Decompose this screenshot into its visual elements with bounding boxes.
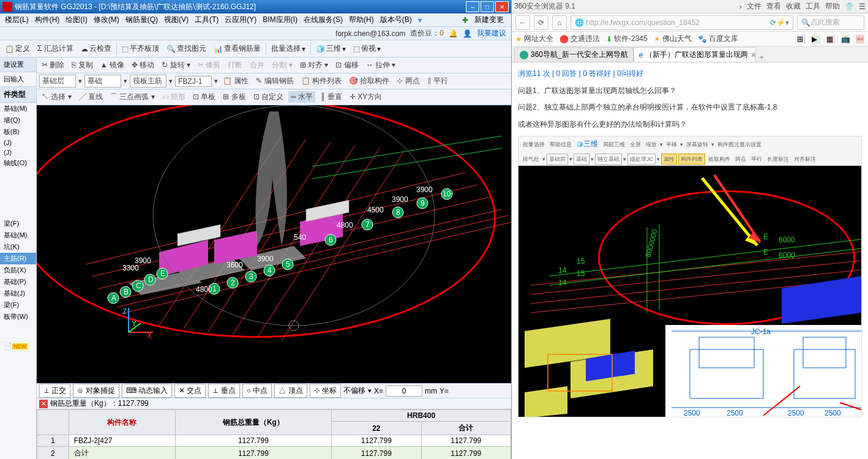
ext-icon[interactable]: ▦ [826,35,835,43]
delete-button[interactable]: ✂ 删除 [39,59,67,71]
ext-icon[interactable]: 📺 [841,35,850,43]
intersect-button[interactable]: ✕ 交点 [174,384,206,398]
table-row[interactable]: 1 FBZJ-2[427 1127.799 1127.799 1127.799 [37,435,511,447]
ext-icon[interactable]: Ad [856,35,864,43]
type-select[interactable]: 基础 [84,75,121,88]
menu-version[interactable]: 版本号(B) [378,15,414,25]
list-item[interactable]: 主筋(R) [0,253,36,264]
home-button[interactable]: ⌂ [552,15,567,30]
menu-icon[interactable]: ☰ [859,2,866,11]
code-select[interactable]: FBZJ-1 [175,76,212,87]
define-button[interactable]: 📋 定义 [2,42,32,55]
list-item[interactable]: 梁(F) [0,299,36,311]
bell-icon[interactable]: 🔔 [449,29,458,38]
pick-component-button[interactable]: 🎯 拾取构件 [346,75,392,87]
midpoint-button[interactable]: ○ 中点 [242,384,272,398]
merge-button[interactable]: 合并 [247,59,267,71]
stretch-button[interactable]: ↔ 拉伸 ▾ [364,59,398,71]
menu-tools[interactable]: 工具(T) [192,15,221,25]
bookmark-all[interactable]: ★网址大全 [515,34,553,44]
top-view-button[interactable]: ⬚ 俯视 ▾ [351,42,383,55]
view-3d-button[interactable]: 🧊 三维 ▾ [313,42,348,55]
shirt-icon[interactable]: 👕 [845,2,854,11]
tab-question[interactable]: e （新手）广联达图形算量出现两 ✕ [634,47,756,62]
x-input[interactable] [386,386,422,397]
edit-rebar-button[interactable]: ✎ 编辑钢筋 [253,75,296,87]
table-row[interactable]: 2 合计 1127.799 1127.799 1127.799 [37,447,511,460]
list-item[interactable]: (J) [0,147,36,157]
new-tab-button[interactable]: + [756,53,768,62]
layer-select[interactable]: 基础层 [39,75,76,88]
flatten-button[interactable]: ⬚ 平齐板顶 [119,42,162,55]
chevron-icon[interactable]: › [739,2,742,11]
copy-button[interactable]: ⎘ 复制 [69,59,95,71]
tab-360nav[interactable]: 360导航_新一代安全上网导航 [514,47,634,62]
menu-help[interactable]: 帮助(H) [346,15,376,25]
3d-viewport[interactable]: A B C D E 1 2 3 4 5 6 7 8 9 10 [37,105,511,383]
list-item[interactable]: 板带(W) [0,311,36,323]
list-item[interactable]: (J) [0,138,36,147]
vertical-button[interactable]: ║ 垂直 [318,91,345,103]
new-badge[interactable]: 📄NEW [0,341,36,351]
menu-component[interactable]: 构件(H) [32,15,62,25]
new-change-button[interactable]: ✚新建变更 [457,15,509,25]
ext-icon[interactable]: ▶ [812,35,820,43]
maximize-button[interactable]: □ [481,1,494,12]
trim-button[interactable]: ✂ 修剪 [195,59,223,71]
line-tool[interactable]: ╱ 直线 [77,91,105,103]
custom-button[interactable]: ⊡ 自定义 [251,91,286,103]
select-tool[interactable]: ↖ 选择 ▾ [39,91,74,103]
menu-view[interactable]: 视图(V) [162,15,191,25]
list-item[interactable]: 基础(J) [0,288,36,299]
component-list-button[interactable]: 📋 构件列表 [299,75,344,87]
perp-button[interactable]: ⊥ 垂点 [208,384,239,398]
suggest-link[interactable]: 我要建议 [477,28,506,39]
property-button[interactable]: 📋 属性 [220,75,251,87]
offset-select[interactable]: 不偏移 [343,386,365,396]
arc-tool[interactable]: ⌒ 三点画弧 ▾ [108,91,157,103]
dynamic-input-button[interactable]: ⌨ 动态输入 [122,384,172,398]
user-icon[interactable]: 👤 [463,29,472,38]
menu-online[interactable]: 在线服务(S) [301,15,345,25]
tab-close-icon[interactable]: ✕ [750,51,755,59]
menu-bim[interactable]: BIM应用(I) [260,15,300,25]
list-item[interactable]: 板(B) [0,126,36,138]
rotate-button[interactable]: ↻ 旋转 ▾ [159,59,193,71]
refresh-icon[interactable]: ⟳ [770,18,776,27]
two-point-button[interactable]: ⊹ 两点 [394,75,422,87]
bookmark-soft[interactable]: ⬇软件-2345 [606,34,648,44]
cloud-check-button[interactable]: ☁ 云检查 [78,42,114,55]
find-element-button[interactable]: 🔍 查找图元 [164,42,209,55]
list-item[interactable]: 基础(M) [0,103,36,114]
top-menu-view[interactable]: 查看 [766,1,781,12]
rect-tool[interactable]: ▭ 矩形 [160,91,188,103]
address-bar[interactable]: 🌐 http://e.fwxgx.com/question_18452 ⟳ ⚡ … [571,15,793,30]
vertex-button[interactable]: △ 顶点 [274,384,307,398]
bookmark-traffic[interactable]: 🛑交通违法 [559,34,600,44]
sum-calc-button[interactable]: Σ 汇总计算 [35,42,76,55]
top-menu-help[interactable]: 帮助 [825,1,840,12]
ext-icon[interactable]: ⊞ [797,35,806,43]
search-input[interactable]: 🔍 点此搜索 [797,15,864,30]
side-tab-settings[interactable]: 捷设置 [0,58,36,72]
bookmark-weather[interactable]: ☀佛山天气 [654,34,692,44]
top-menu-tools[interactable]: 工具 [806,1,820,12]
panel-close-button[interactable]: ✕ [39,400,48,408]
horizontal-button[interactable]: ═ 水平 [288,91,315,103]
multi-plate-button[interactable]: ⊞ 多板 [220,91,248,103]
single-plate-button[interactable]: ⊡ 单板 [190,91,218,103]
split-button[interactable]: 分割 ▾ [269,59,294,71]
list-item[interactable]: 轴线(O) [0,157,36,169]
parallel-button[interactable]: ∥ 平行 [425,75,451,87]
xy-button[interactable]: ✛ XY方向 [347,91,384,103]
menu-floor[interactable]: 楼层(L) [2,15,31,25]
list-item[interactable]: 墙(Q) [0,114,36,126]
batch-select-button[interactable]: 批量选择 ▾ [269,42,308,55]
list-item[interactable]: 梁(F) [0,218,36,230]
mirror-button[interactable]: ▲ 镜像 [98,59,127,71]
offset-button[interactable]: ⊡ 偏移 [333,59,361,71]
minimize-button[interactable]: – [466,1,479,12]
view-rebar-button[interactable]: 📊 查看钢筋量 [211,42,263,55]
menu-rebar[interactable]: 钢筋量(Q) [123,15,160,25]
menu-draw[interactable]: 绘图(I) [63,15,89,25]
